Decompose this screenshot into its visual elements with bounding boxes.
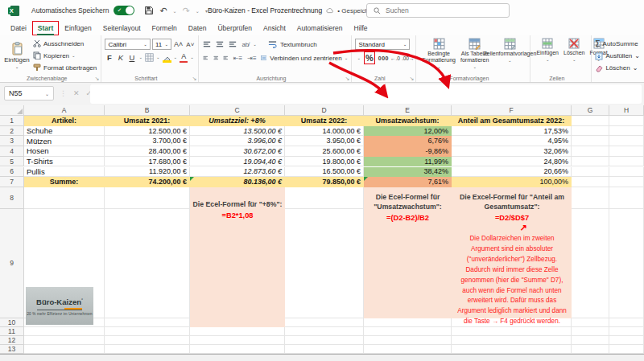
- row-header-3[interactable]: 3: [0, 136, 24, 146]
- undo-icon[interactable]: ↶: [159, 6, 167, 15]
- cell-D1[interactable]: Umsatz 2022:: [285, 116, 364, 126]
- cell-H6[interactable]: [609, 167, 644, 178]
- cell-F12[interactable]: [452, 336, 572, 345]
- cell-D8[interactable]: [285, 187, 364, 209]
- row-header-8[interactable]: 8: [0, 187, 24, 209]
- document-title[interactable]: Büro-Kaizen - Excel Prozentrechnung: [208, 6, 322, 14]
- cell-B1[interactable]: Umsatz 2021:: [105, 116, 190, 126]
- cell-G3[interactable]: [572, 136, 609, 146]
- tab-automatisieren[interactable]: Automatisieren: [291, 21, 349, 35]
- cell-H13[interactable]: [609, 345, 644, 354]
- cell-F11[interactable]: [452, 327, 572, 336]
- cell-E13[interactable]: [364, 345, 452, 354]
- cell-H2[interactable]: [609, 126, 644, 137]
- tab-überprüfen[interactable]: Überprüfen: [212, 21, 258, 35]
- align-top-icon[interactable]: [202, 39, 212, 50]
- insert-caret-icon[interactable]: ⌄: [546, 57, 550, 62]
- row-header-13[interactable]: 13: [0, 345, 24, 354]
- cell-G1[interactable]: [572, 116, 609, 126]
- cell-E9[interactable]: [364, 209, 452, 318]
- orientation-icon[interactable]: ab̸: [241, 39, 250, 50]
- cell-B12[interactable]: [105, 336, 190, 345]
- cell-C6[interactable]: 12.873,60 €: [190, 167, 285, 178]
- cell-D7[interactable]: 79.850,00 €: [285, 177, 364, 187]
- cell-F3[interactable]: 4,95%: [452, 136, 572, 146]
- underline-button[interactable]: U: [127, 53, 136, 62]
- cell-A3[interactable]: Mützen: [24, 136, 105, 146]
- font-color-button[interactable]: A: [180, 52, 188, 62]
- cell-A5[interactable]: T-Shirts: [24, 157, 105, 167]
- cell-H11[interactable]: [609, 327, 644, 336]
- cell-styles-button[interactable]: Zellenformatvorlagen⌄: [491, 38, 528, 73]
- cell-E12[interactable]: [364, 336, 452, 345]
- cell-E1[interactable]: Umsatzwachstum:: [364, 116, 452, 126]
- cell-E3[interactable]: 6,76%: [364, 136, 452, 146]
- redo-caret-icon[interactable]: ⌄: [196, 8, 200, 14]
- decrease-font-icon[interactable]: A˅: [185, 39, 195, 50]
- cell-F6[interactable]: 20,66%: [452, 167, 572, 178]
- borders-caret-icon[interactable]: ⌄: [156, 55, 160, 59]
- cell-D13[interactable]: [285, 345, 364, 354]
- tab-hilfe[interactable]: Hilfe: [349, 21, 374, 35]
- table-caret-icon[interactable]: ⌄: [473, 64, 477, 69]
- wrap-text-button[interactable]: Textumbruch: [280, 39, 317, 50]
- cell-G4[interactable]: [572, 146, 609, 157]
- cell-E5[interactable]: 11,99%: [364, 157, 452, 167]
- cell-F5[interactable]: 24,80%: [452, 157, 572, 167]
- alignment-dialog-launcher-icon[interactable]: ↘: [345, 76, 350, 82]
- col-header-A[interactable]: A: [24, 105, 105, 116]
- cell-F13[interactable]: [452, 345, 572, 354]
- cell-H8[interactable]: [609, 187, 644, 209]
- tab-start[interactable]: Start: [32, 21, 59, 35]
- select-all-corner[interactable]: [0, 105, 24, 116]
- orientation-caret-icon[interactable]: ⌄: [253, 42, 257, 47]
- cell-C7[interactable]: 80.136,00 €: [190, 177, 285, 187]
- cell-B4[interactable]: 28.400,00 €: [105, 146, 190, 157]
- cell-D4[interactable]: 25.600,00 €: [285, 146, 364, 157]
- excel-app-icon[interactable]: X: [8, 5, 20, 17]
- cell-G10[interactable]: [572, 318, 609, 327]
- cell-H9[interactable]: [609, 209, 644, 318]
- cancel-icon[interactable]: ✕: [73, 89, 80, 97]
- cell-G11[interactable]: [572, 327, 609, 336]
- cell-B7[interactable]: 74.200,00 €: [105, 177, 190, 187]
- cell-F4[interactable]: 32,06%: [452, 146, 572, 157]
- col-header-B[interactable]: B: [105, 105, 190, 116]
- copy-caret-icon[interactable]: ⌄: [72, 53, 76, 58]
- align-right-icon[interactable]: [222, 52, 229, 64]
- row-header-1[interactable]: 1: [0, 116, 24, 126]
- formula-input[interactable]: [90, 84, 642, 104]
- font-color-caret-icon[interactable]: ⌄: [190, 55, 194, 59]
- comma-style-button[interactable]: 000: [378, 55, 389, 61]
- row-header-12[interactable]: 12: [0, 336, 24, 345]
- clipboard-dialog-launcher-icon[interactable]: ↘: [95, 76, 100, 82]
- cell-G13[interactable]: [572, 345, 609, 354]
- cell-A1[interactable]: Artikel:: [24, 116, 105, 126]
- cell-D9[interactable]: [285, 209, 364, 318]
- insert-cells-button[interactable]: Einfügen⌄: [534, 38, 561, 73]
- cell-A7[interactable]: Summe:: [24, 177, 105, 187]
- number-dialog-launcher-icon[interactable]: ↘: [410, 76, 415, 82]
- cell-B10[interactable]: [105, 318, 190, 327]
- row-header-2[interactable]: 2: [0, 126, 24, 137]
- cell-C9[interactable]: [190, 209, 285, 318]
- cell-E6[interactable]: 38,42%: [364, 167, 452, 178]
- cell-E4[interactable]: -9,86%: [364, 146, 452, 157]
- cell-A6[interactable]: Pullis: [24, 167, 105, 178]
- cell-A4[interactable]: Hosen: [24, 146, 105, 157]
- cell-E10[interactable]: [364, 318, 452, 327]
- cell-E7[interactable]: 7,61%: [364, 177, 452, 187]
- cut-button[interactable]: Ausschneiden: [33, 38, 97, 49]
- cell-G12[interactable]: [572, 336, 609, 345]
- conditional-caret-icon[interactable]: ⌄: [437, 64, 441, 69]
- cell-A2[interactable]: Schuhe: [24, 126, 105, 137]
- merge-center-button[interactable]: Verbinden und zentrieren⌄: [270, 52, 348, 64]
- increase-indent-icon[interactable]: ⇥≡: [246, 52, 257, 64]
- tab-formeln[interactable]: Formeln: [147, 21, 183, 35]
- cell-G2[interactable]: [572, 126, 609, 137]
- tab-datei[interactable]: Datei: [5, 21, 32, 35]
- decrease-indent-icon[interactable]: ⇤≡: [233, 52, 243, 64]
- conditional-formatting-button[interactable]: Bedingte Formatierung⌄: [419, 38, 458, 73]
- cell-A11[interactable]: [24, 327, 105, 336]
- cell-H12[interactable]: [609, 336, 644, 345]
